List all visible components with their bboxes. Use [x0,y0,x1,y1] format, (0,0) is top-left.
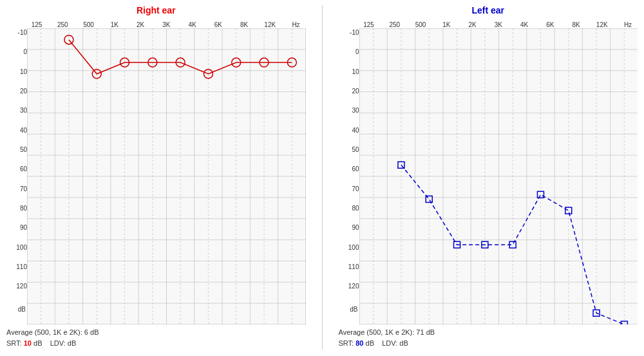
left-ear-chart-area: -10 0 10 20 30 40 50 60 70 80 90 100 110… [339,17,638,324]
left-ear-grid: 125 250 500 1K 2K 3K 4K 6K 8K 12K Hz [359,17,638,324]
chart-divider [322,5,323,350]
left-ear-y-axis: -10 0 10 20 30 40 50 60 70 80 90 100 110… [339,17,359,324]
right-ear-bottom-info: Average (500, 1K e 2K): 6 dB SRT: 10 dB … [6,327,306,350]
left-ear-x-labels: 125 250 500 1K 2K 3K 4K 6K 8K 12K Hz [359,17,638,28]
right-ear-grid: 125 250 500 1K 2K 3K 4K 6K 8K 12K Hz [27,17,306,324]
left-ear-title: Left ear [339,5,638,15]
right-ear-srt-ldv: SRT: 10 dB LDV: dB [6,338,306,350]
charts-row: Right ear -10 0 10 20 30 40 50 60 70 80 … [6,5,638,350]
left-ear-svg-container [359,28,638,324]
right-ear-y-axis: -10 0 10 20 30 40 50 60 70 80 90 100 110… [6,17,27,324]
right-ear-title: Right ear [6,5,306,15]
right-ear-svg-container [27,28,306,324]
left-ear-srt-ldv: SRT: 80 dB LDV: dB [339,338,638,350]
right-ear-x-labels: 125 250 500 1K 2K 3K 4K 6K 8K 12K Hz [27,17,306,28]
left-ear-chart: Left ear -10 0 10 20 30 40 50 60 70 80 9… [339,5,638,350]
left-ear-average: Average (500, 1K e 2K): 71 dB [339,327,638,339]
right-ear-chart: Right ear -10 0 10 20 30 40 50 60 70 80 … [6,5,306,350]
left-ear-bottom-info: Average (500, 1K e 2K): 71 dB SRT: 80 dB… [339,327,638,350]
right-ear-chart-area: -10 0 10 20 30 40 50 60 70 80 90 100 110… [6,17,306,324]
right-ear-average: Average (500, 1K e 2K): 6 dB [6,327,306,339]
